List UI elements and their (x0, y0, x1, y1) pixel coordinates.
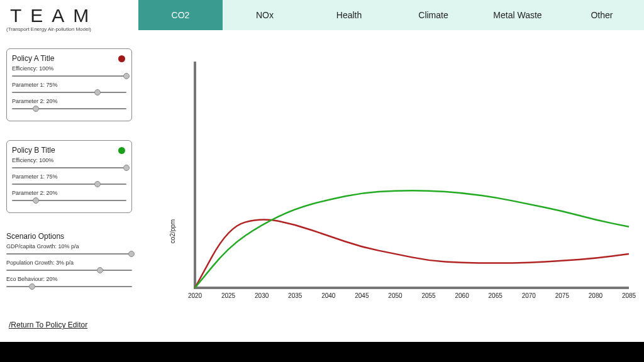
policy-a-efficiency-slider[interactable] (12, 72, 126, 80)
policy-a-param1-slider[interactable] (12, 88, 126, 97)
chart-area: co2/ppm202020252030203520402045205020552… (138, 30, 644, 342)
policy-a-param2-label: Parameter 2: 20% (12, 98, 126, 104)
tab-nox[interactable]: NOx (223, 0, 307, 30)
policy-a-efficiency-label: Efficiency: 100% (12, 65, 126, 72)
tab-metal-waste[interactable]: Metal Waste (475, 0, 560, 30)
policy-b-efficiency-slider[interactable] (12, 163, 126, 172)
svg-text:2030: 2030 (255, 292, 269, 299)
svg-text:2020: 2020 (188, 292, 203, 299)
scenario-eco-label: Eco Behaviour: 20% (6, 276, 132, 282)
policy-b-efficiency-label: Efficiency: 100% (12, 157, 126, 163)
policy-b-param1-slider[interactable] (12, 180, 126, 189)
svg-text:2080: 2080 (589, 292, 603, 299)
tab-health[interactable]: Health (307, 0, 391, 30)
scenario-title: Scenario Options (6, 232, 132, 241)
tab-bar: CO2NOxHealthClimateMetal WasteOther (138, 0, 644, 30)
tab-co2[interactable]: CO2 (138, 0, 223, 30)
policy-a-panel: Policy A Title Efficiency: 100% Paramete… (6, 48, 132, 121)
svg-text:2060: 2060 (455, 292, 469, 299)
svg-text:2040: 2040 (321, 292, 336, 299)
policy-b-param2-label: Parameter 2: 20% (12, 190, 126, 196)
scenario-pop-slider[interactable] (6, 266, 132, 275)
policy-a-param1-label: Parameter 1: 75% (12, 82, 126, 88)
policy-b-panel: Policy B Title Efficiency: 100% Paramete… (6, 140, 132, 213)
scenario-pop-label: Population Growth: 3% p/a (6, 260, 132, 266)
svg-text:2055: 2055 (421, 292, 436, 299)
policy-a-color-dot (118, 55, 125, 62)
policy-b-param2-slider[interactable] (12, 196, 126, 205)
svg-text:2075: 2075 (555, 292, 570, 299)
scenario-panel: Scenario Options GDP/capita Growth: 10% … (6, 232, 132, 291)
policy-b-title: Policy B Title (12, 146, 126, 155)
scenario-gdp-label: GDP/capita Growth: 10% p/a (6, 243, 132, 250)
tab-other[interactable]: Other (560, 0, 644, 30)
sidebar: TEAM (Transport Energy Air-pollution Mod… (0, 0, 138, 342)
svg-text:2045: 2045 (355, 292, 369, 299)
svg-text:2025: 2025 (221, 292, 236, 299)
chart-svg: co2/ppm202020252030203520402045205020552… (138, 30, 644, 342)
policy-a-title: Policy A Title (12, 54, 126, 63)
return-link[interactable]: /Return To Policy Editor (9, 321, 87, 329)
policy-b-color-dot (118, 147, 125, 154)
scenario-eco-slider[interactable] (6, 282, 132, 291)
svg-text:2035: 2035 (288, 292, 303, 299)
tab-climate[interactable]: Climate (391, 0, 475, 30)
scenario-gdp-slider[interactable] (6, 250, 132, 258)
policy-b-param1-label: Parameter 1: 75% (12, 173, 126, 180)
app-subtitle: (Transport Energy Air-pollution Model) (6, 26, 132, 32)
footer-bar (0, 342, 644, 362)
policy-a-param2-slider[interactable] (12, 104, 126, 113)
app-title: TEAM (10, 5, 132, 26)
svg-text:2065: 2065 (489, 292, 503, 299)
svg-text:2085: 2085 (622, 292, 636, 299)
svg-text:2050: 2050 (388, 292, 402, 299)
svg-text:2070: 2070 (522, 292, 536, 299)
svg-text:co2/ppm: co2/ppm (169, 219, 176, 243)
